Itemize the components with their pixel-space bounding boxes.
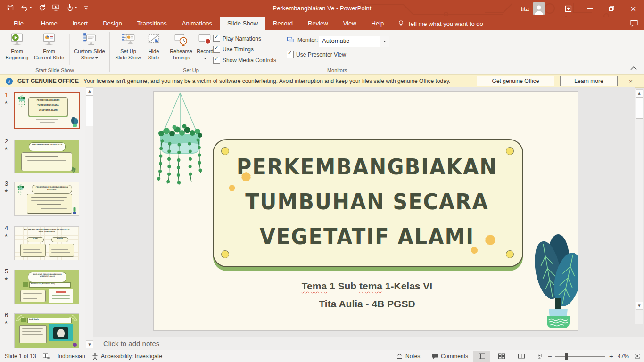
zoom-percentage[interactable]: 47%	[618, 350, 629, 362]
from-beginning-button[interactable]: FromBeginning	[4, 32, 30, 65]
custom-slide-show-icon	[82, 32, 97, 47]
scrollbar-thumb[interactable]	[86, 95, 93, 126]
slide-sorter-view-button[interactable]	[493, 351, 510, 362]
slide-thumbnail-3[interactable]: PENGERTIAN PERKEMBANGBIAKAN VEGETATIF	[14, 182, 79, 216]
potted-plant-mini	[71, 117, 78, 127]
notes-pane[interactable]: Click to add notes	[93, 337, 644, 350]
collapse-ribbon-button[interactable]	[630, 66, 637, 71]
mini-heading-bar: Umbi lapis	[27, 318, 72, 323]
divider	[283, 32, 283, 72]
tab-view[interactable]: View	[336, 17, 364, 30]
animation-star-icon[interactable]: ★	[4, 276, 8, 281]
notice-badge: GET GENUINE OFFICE	[17, 78, 79, 84]
slide-thumbnail-6[interactable]: Umbi lapis	[14, 313, 79, 348]
from-beginning-icon	[9, 32, 25, 47]
set-up-slide-show-button[interactable]: Set UpSlide Show	[113, 32, 143, 65]
animation-star-icon[interactable]: ★	[4, 146, 8, 151]
slide-canvas[interactable]: PERKEMBANGBIAKAN TUMBUHAN SECARA VEGETAT…	[153, 91, 578, 331]
comments-toggle[interactable]: Comments	[431, 350, 468, 362]
slide-show-view-button[interactable]	[531, 351, 548, 362]
animation-star-icon[interactable]: ★	[4, 100, 8, 105]
from-current-slide-button[interactable]: FromCurrent Slide	[30, 32, 68, 65]
reading-view-button[interactable]	[513, 351, 530, 362]
monitor-label: Monitor:	[297, 37, 318, 43]
accessibility-status[interactable]: Accessibility: Investigate	[101, 350, 162, 362]
animation-star-icon[interactable]: ★	[4, 320, 8, 325]
animation-star-icon[interactable]: ★	[4, 233, 8, 238]
monitor-dropdown[interactable]: Automatic	[319, 36, 389, 47]
monitor-dropdown-value: Automatic	[319, 36, 380, 47]
scroll-up-icon[interactable]: ▲	[86, 87, 93, 95]
tab-home[interactable]: Home	[33, 17, 65, 30]
show-media-controls-checkbox[interactable]: ✓Show Media Controls	[213, 57, 276, 64]
tab-animations[interactable]: Animations	[174, 17, 220, 30]
ribbon: FromBeginning FromCurrent Slide Custom S…	[0, 30, 644, 75]
restore-button[interactable]	[601, 0, 622, 17]
notes-icon	[396, 353, 403, 360]
zoom-slider[interactable]	[555, 350, 605, 362]
close-button[interactable]: ×	[622, 0, 644, 17]
dropdown-arrow-icon[interactable]	[380, 36, 389, 47]
slide-thumbnail-5[interactable]: JENIS-JENIS PERKEMBANGBIAKAN VEGETATIF A…	[14, 270, 79, 304]
tab-slide-show[interactable]: Slide Show	[220, 17, 265, 30]
thumbnail-scrollbar[interactable]: ▲ ▼	[85, 87, 93, 350]
slide-subtitle-textbox[interactable]: Tema 1 Sub tema 1-Kelas VI Tita Aulia - …	[213, 280, 521, 311]
use-presenter-view-checkbox[interactable]: ✓Use Presenter View	[287, 51, 346, 58]
slide-workspace: PERKEMBANGBIAKAN TUMBUHAN SECARA VEGETAT…	[93, 87, 635, 337]
language-indicator[interactable]: Indonesian	[58, 350, 85, 362]
tab-record[interactable]: Record	[265, 17, 300, 30]
avatar[interactable]	[533, 2, 545, 15]
use-timings-checkbox[interactable]: ✓Use Timings	[213, 46, 254, 53]
animation-star-icon[interactable]: ★	[4, 189, 8, 193]
learn-more-button[interactable]: Learn more	[560, 76, 618, 86]
scroll-down-icon[interactable]: ▼	[636, 302, 643, 310]
notes-toggle[interactable]: Notes	[396, 350, 420, 362]
scroll-up-icon[interactable]: ▲	[636, 89, 643, 97]
subtitle-line-1: Tema 1 Sub tema 1-Kelas VI	[213, 280, 521, 293]
main-scrollbar[interactable]: ▲ ▼	[635, 89, 643, 324]
mini-content-box	[19, 325, 47, 343]
group-label-start-slide-show: Start Slide Show	[0, 67, 109, 73]
zoom-out-button[interactable]: −	[548, 350, 552, 362]
feedback-comment-icon[interactable]	[630, 19, 638, 27]
zoom-slider-thumb[interactable]	[565, 353, 568, 360]
tab-transitions[interactable]: Transitions	[130, 17, 174, 30]
mini-title-pill: PENGERTIAN PERKEMBANGBIAKAN VEGETATIF	[32, 185, 72, 194]
tell-me-box[interactable]: Tell me what you want to do	[398, 17, 483, 30]
user-name[interactable]: tita	[521, 5, 529, 12]
zoom-slider-center-tick	[580, 355, 580, 358]
custom-slide-show-button[interactable]: Custom Slide Show	[71, 32, 108, 65]
hide-slide-button[interactable]: HideSlide	[144, 32, 164, 65]
tab-insert[interactable]: Insert	[65, 17, 96, 30]
notes-placeholder[interactable]: Click to add notes	[103, 339, 159, 347]
scroll-down-icon[interactable]: ▼	[86, 340, 93, 348]
rehearse-timings-button[interactable]: RehearseTimings	[167, 32, 195, 65]
play-narrations-checkbox[interactable]: ✓Play Narrations	[213, 35, 261, 42]
spellcheck-icon[interactable]	[42, 350, 50, 362]
get-genuine-office-button[interactable]: Get genuine Office	[477, 76, 554, 86]
mini-title-board: PERKEMBANGBIAKAN TUMBUHAN SECARA VEGETAT…	[28, 97, 68, 116]
group-label-set-up: Set Up	[113, 67, 269, 73]
slide-counter[interactable]: Slide 1 of 13	[5, 350, 36, 362]
hanging-plant-graphic	[153, 92, 210, 187]
minimize-button[interactable]	[579, 0, 601, 17]
slide-thumbnail-1[interactable]: PERKEMBANGBIAKAN TUMBUHAN SECARA VEGETAT…	[14, 92, 80, 129]
ribbon-display-options-button[interactable]	[557, 0, 579, 17]
slide-thumbnail-4[interactable]: MACAM-MACAM PERKEMBANGBIAKAN VEGETATIF P…	[14, 226, 79, 260]
notice-close-icon[interactable]: ×	[618, 78, 644, 85]
zoom-in-button[interactable]: +	[609, 350, 613, 362]
mini-image-box	[49, 324, 73, 341]
slide-title-textbox[interactable]: PERKEMBANGBIAKAN TUMBUHAN SECARA VEGETAT…	[213, 149, 521, 255]
ribbon-tab-row: File Home Insert Design Transitions Anim…	[0, 17, 644, 30]
slide-thumbnail-2[interactable]: PERKEMBANGBIAKAN VEGETATIF	[14, 140, 79, 173]
dropdown-arrow-icon	[204, 58, 206, 59]
record-slideshow-button[interactable]: Record	[195, 32, 215, 65]
tab-review[interactable]: Review	[300, 17, 336, 30]
scrollbar-thumb[interactable]	[636, 97, 643, 119]
fit-to-window-button[interactable]	[634, 350, 641, 362]
accessibility-icon[interactable]	[91, 350, 99, 362]
tab-file[interactable]: File	[4, 17, 33, 30]
tab-help[interactable]: Help	[364, 17, 392, 30]
tab-design[interactable]: Design	[95, 17, 129, 30]
normal-view-button[interactable]	[473, 351, 490, 362]
